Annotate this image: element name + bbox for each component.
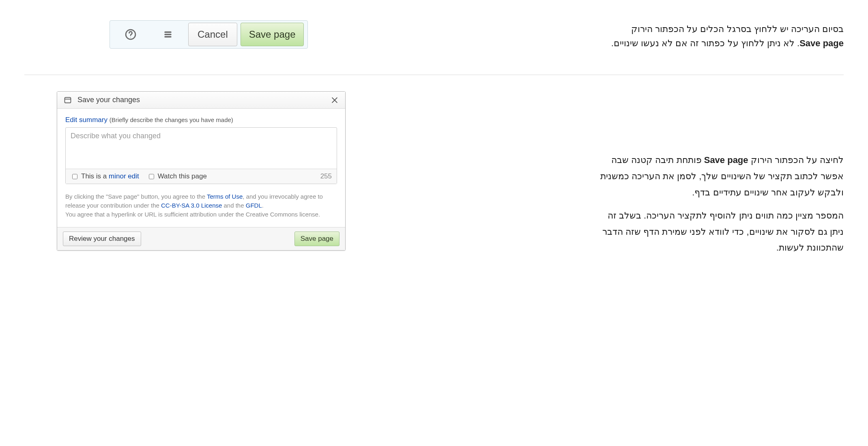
help-icon[interactable] bbox=[114, 23, 148, 46]
minor-edit-checkbox[interactable] bbox=[72, 174, 77, 179]
svg-point-1 bbox=[130, 37, 131, 38]
legal-text-1a: By clicking the "Save page" button, you … bbox=[65, 193, 207, 200]
dialog-footer: Review your changes Save page bbox=[57, 227, 345, 250]
section2-para1: לחיצה על הכפתור הירוק Save page פותחת תי… bbox=[592, 152, 844, 200]
char-counter: 255 bbox=[320, 172, 332, 180]
section1-description: בסיום העריכה יש ללחוץ בסרגל הכלים על הכפ… bbox=[592, 20, 844, 50]
editor-toolbar: Cancel Save page bbox=[110, 20, 308, 49]
watch-page-label: Watch this page bbox=[158, 172, 207, 180]
legal-text-1c: and the bbox=[222, 202, 245, 209]
svg-rect-2 bbox=[164, 31, 171, 33]
summary-options-row: This is a minor edit Watch this page 255 bbox=[66, 169, 337, 184]
watch-page-checkbox[interactable] bbox=[149, 174, 154, 179]
watch-page-option[interactable]: Watch this page bbox=[147, 172, 207, 180]
section2-p1a: לחיצה על הכפתור הירוק bbox=[748, 155, 844, 165]
legal-notice: By clicking the "Save page" button, you … bbox=[57, 187, 345, 227]
legal-text-2: You agree that a hyperlink or URL is suf… bbox=[65, 211, 320, 218]
close-icon[interactable] bbox=[331, 96, 339, 104]
edit-summary-hint: (Briefly describe the changes you have m… bbox=[110, 116, 233, 123]
review-changes-button[interactable]: Review your changes bbox=[63, 232, 141, 246]
cc-by-sa-link[interactable]: CC-BY-SA 3.0 License bbox=[161, 202, 222, 209]
section2-p1-bold: Save page bbox=[704, 155, 748, 165]
terms-of-use-link[interactable]: Terms of Use bbox=[207, 193, 243, 200]
legal-text-1d: . bbox=[262, 202, 264, 209]
section1-rest: . לא ניתן ללחוץ על כפתור זה אם לא נעשו ש… bbox=[611, 38, 799, 48]
dialog-title: Save your changes bbox=[77, 96, 331, 104]
edit-summary-link[interactable]: Edit summary bbox=[65, 116, 107, 124]
minor-edit-option[interactable]: This is a minor edit bbox=[71, 172, 139, 180]
svg-rect-5 bbox=[65, 97, 71, 103]
section1-line1: בסיום העריכה יש ללחוץ בסרגל הכלים על הכפ… bbox=[592, 22, 844, 36]
section1-bold: Save page bbox=[799, 38, 844, 48]
dialog-save-page-button[interactable]: Save page bbox=[294, 232, 339, 246]
save-changes-dialog: Save your changes Edit summary (Briefly … bbox=[57, 91, 346, 250]
cancel-button[interactable]: Cancel bbox=[188, 23, 237, 46]
dialog-header: Save your changes bbox=[57, 92, 345, 109]
svg-rect-3 bbox=[164, 34, 171, 35]
section2-description: לחיצה על הכפתור הירוק Save page פותחת תי… bbox=[592, 91, 844, 263]
section2-para2: המספר מציין כמה תווים ניתן להוסיף לתקציר… bbox=[592, 208, 844, 256]
section1-line2: Save page. לא ניתן ללחוץ על כפתור זה אם … bbox=[592, 36, 844, 50]
gfdl-link[interactable]: GFDL bbox=[246, 202, 262, 209]
minor-edit-link[interactable]: minor edit bbox=[109, 172, 139, 180]
section-divider bbox=[24, 75, 844, 75]
menu-icon[interactable] bbox=[151, 23, 185, 46]
minor-edit-prefix: This is a bbox=[81, 172, 109, 180]
window-icon bbox=[64, 96, 72, 104]
save-page-button[interactable]: Save page bbox=[241, 23, 304, 46]
svg-rect-4 bbox=[164, 36, 171, 38]
edit-summary-input[interactable] bbox=[66, 128, 337, 167]
edit-summary-box: This is a minor edit Watch this page 255 bbox=[65, 127, 337, 184]
